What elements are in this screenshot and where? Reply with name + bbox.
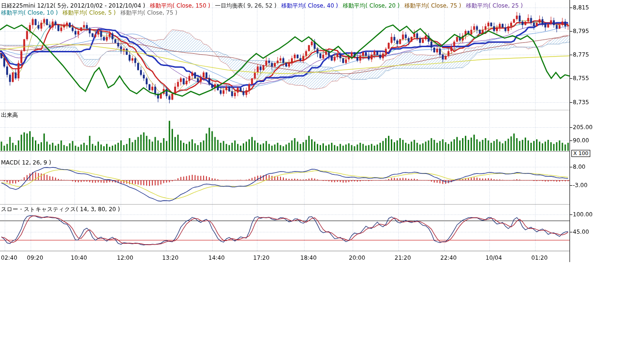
- trading-chart-window: 日経225mini 12/12( 5分, 2012/10/02 - 2012/1…: [0, 0, 644, 362]
- chart-canvas[interactable]: [0, 0, 644, 264]
